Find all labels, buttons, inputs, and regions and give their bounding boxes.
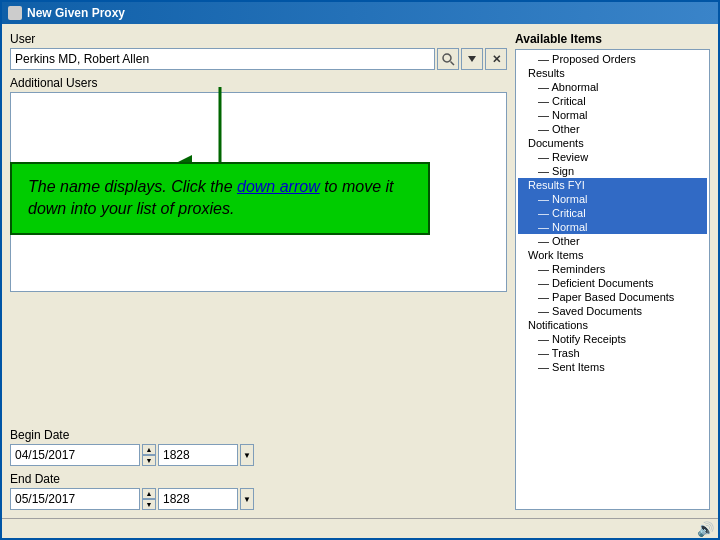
tree-item-deficient-documents[interactable]: — Deficient Documents [518,276,707,290]
svg-point-0 [443,54,451,62]
tree-item-label-reminders: — Reminders [538,263,605,275]
additional-users-group: Additional Users [10,76,507,422]
search-icon [441,52,455,66]
additional-users-label: Additional Users [10,76,507,90]
tree-item-saved-documents[interactable]: — Saved Documents [518,304,707,318]
end-date-input[interactable] [10,488,140,510]
tree-item-label-review: — Review [538,151,588,163]
begin-number-input[interactable] [158,444,238,466]
bottom-bar: 🔊 [2,518,718,538]
tree-item-paper-based-documents[interactable]: — Paper Based Documents [518,290,707,304]
user-field-group: User ✕ [10,32,507,70]
tree-item-label-sent-items: — Sent Items [538,361,605,373]
title-bar: New Given Proxy [2,2,718,24]
end-date-input-row: ▲ ▼ ▼ [10,488,507,510]
tree-item-critical[interactable]: — Critical [518,94,707,108]
speaker-icon: 🔊 [697,521,714,537]
tree-item-label-notify-receipts: — Notify Receipts [538,333,626,345]
tree-item-trash[interactable]: — Trash [518,346,707,360]
begin-date-down[interactable]: ▼ [142,455,156,466]
svg-line-1 [451,62,455,66]
tree-item-results-fyi[interactable]: Results FYI [518,178,707,192]
available-items-label: Available Items [515,32,710,46]
tree-item-sent-items[interactable]: — Sent Items [518,360,707,374]
right-panel: Available Items — Proposed OrdersResults… [515,32,710,510]
tree-item-reminders[interactable]: — Reminders [518,262,707,276]
tree-item-label-documents: Documents [528,137,584,149]
tree-item-documents[interactable]: Documents [518,136,707,150]
left-panel: User ✕ [10,32,507,510]
window-icon [8,6,22,20]
tree-item-label-critical-fyi: — Critical [538,207,586,219]
tree-item-label-critical: — Critical [538,95,586,107]
tree-item-notifications[interactable]: Notifications [518,318,707,332]
tree-item-normal2-fyi[interactable]: — Normal [518,220,707,234]
tree-container[interactable]: — Proposed OrdersResults— Abnormal— Crit… [515,49,710,510]
tree-item-abnormal[interactable]: — Abnormal [518,80,707,94]
tree-item-proposed-orders[interactable]: — Proposed Orders [518,52,707,66]
tree-item-label-normal2-fyi: — Normal [538,221,588,233]
end-date-row: End Date ▲ ▼ ▼ [10,472,507,510]
tree-item-label-other-fyi: — Other [538,235,580,247]
content-area: User ✕ [2,24,718,518]
search-button[interactable] [437,48,459,70]
main-window: New Given Proxy User [0,0,720,540]
tree-item-normal[interactable]: — Normal [518,108,707,122]
begin-date-up[interactable]: ▲ [142,444,156,455]
tree-item-work-items[interactable]: Work Items [518,248,707,262]
svg-marker-2 [468,56,476,62]
tree-item-label-abnormal: — Abnormal [538,81,599,93]
tree-item-label-work-items: Work Items [528,249,583,261]
tree-item-label-sign: — Sign [538,165,574,177]
user-input[interactable] [10,48,435,70]
begin-date-input-row: ▲ ▼ ▼ [10,444,507,466]
tree-item-sign[interactable]: — Sign [518,164,707,178]
end-scroll-btn[interactable]: ▼ [240,488,254,510]
tree-item-results[interactable]: Results [518,66,707,80]
tree-item-label-paper-based-documents: — Paper Based Documents [538,291,674,303]
end-date-down[interactable]: ▼ [142,499,156,510]
user-label: User [10,32,507,46]
begin-date-label: Begin Date [10,428,507,442]
tree-item-label-deficient-documents: — Deficient Documents [538,277,654,289]
down-arrow-button[interactable] [461,48,483,70]
close-user-button[interactable]: ✕ [485,48,507,70]
window-title: New Given Proxy [27,6,125,20]
tree-item-label-results: Results [528,67,565,79]
begin-scroll-btn[interactable]: ▼ [240,444,254,466]
tree-item-critical-fyi[interactable]: — Critical [518,206,707,220]
tree-item-other-fyi[interactable]: — Other [518,234,707,248]
tooltip-highlight: down arrow [237,178,320,195]
tree-item-review[interactable]: — Review [518,150,707,164]
tree-item-other-results[interactable]: — Other [518,122,707,136]
tree-item-normal-fyi[interactable]: — Normal [518,192,707,206]
begin-date-input[interactable] [10,444,140,466]
begin-date-spinner: ▲ ▼ [142,444,156,466]
user-input-row: ✕ [10,48,507,70]
tree-item-label-normal: — Normal [538,109,588,121]
tooltip-text-before: The name displays. Click the [28,178,237,195]
tree-item-label-saved-documents: — Saved Documents [538,305,642,317]
tree-item-notify-receipts[interactable]: — Notify Receipts [518,332,707,346]
tree-item-label-normal-fyi: — Normal [538,193,588,205]
tree-item-label-results-fyi: Results FYI [528,179,585,191]
end-number-input[interactable] [158,488,238,510]
tree-item-label-proposed-orders: — Proposed Orders [538,53,636,65]
end-date-label: End Date [10,472,507,486]
end-date-up[interactable]: ▲ [142,488,156,499]
tree-item-label-other-results: — Other [538,123,580,135]
down-arrow-icon [466,53,478,65]
begin-date-row: Begin Date ▲ ▼ ▼ [10,428,507,466]
date-section: Begin Date ▲ ▼ ▼ End Date [10,428,507,510]
tree-item-label-notifications: Notifications [528,319,588,331]
tooltip-overlay: The name displays. Click the down arrow … [10,162,430,235]
end-date-spinner: ▲ ▼ [142,488,156,510]
tree-item-label-trash: — Trash [538,347,580,359]
close-icon: ✕ [492,53,501,66]
